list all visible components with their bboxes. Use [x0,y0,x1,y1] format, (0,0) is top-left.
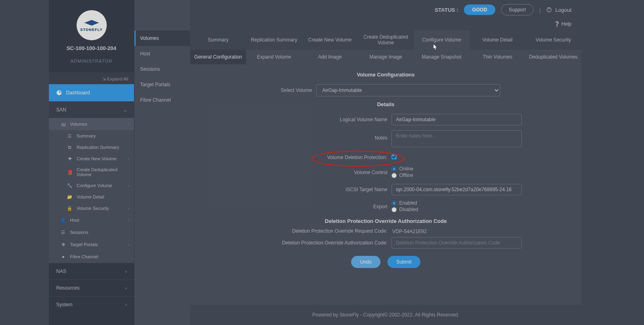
subtab-deduplicated-volumes[interactable]: Deduplicated Volumes [525,50,581,64]
notes-textarea[interactable] [391,130,522,147]
subtab-manage-snapshot[interactable]: Manage Snapshot [414,50,470,64]
action-row: Undo Submit [200,256,571,268]
tab-summary[interactable]: Summary [190,30,246,50]
copy-icon: ⧉ [67,144,73,150]
secondary-nav: Volumes Host Sessions Target Portals Fib… [134,0,190,325]
sidebar-item-volume-detail[interactable]: 📁 Volume Detail [49,191,134,203]
sidebar-item-label: Summary [77,133,96,138]
support-button[interactable]: Support [501,4,534,15]
tab-volume-detail[interactable]: Volume Detail [470,30,525,50]
caret-right-icon: › [128,157,129,161]
subtab-thin-volumes[interactable]: Thin Volumes [470,50,525,64]
sidebar-item-replication-summary[interactable]: ⧉ Replication Summary [49,142,134,153]
help-label: Help [561,21,571,27]
caret-down-icon: ⌄ [123,108,127,112]
help-link[interactable]: ❔ Help [190,20,581,30]
sidebar: STONEFLY SC-100-100-100-204 ADMINISTRATO… [49,0,134,325]
san-sublist: 🖴 Volumes › ☰ Summary ⧉ Replication Summ… [49,118,134,263]
subtab-expand-volume[interactable]: Expand Volume [246,50,302,64]
sidebar-item-summary[interactable]: ☰ Summary [49,130,134,142]
list-icon: ☰ [60,229,66,235]
caret-right-icon: › [125,303,127,307]
dedup-icon: 📕 [67,169,73,175]
undo-button[interactable]: Undo [351,256,381,268]
system-name: SC-100-100-100-204 [49,45,134,51]
secnav-fibre-channel[interactable]: Fibre Channel [134,92,190,108]
divider: | [539,7,541,13]
tabs-row: Summary Replication Summary Create New V… [190,30,581,50]
select-volume-label: Select Volume [200,87,312,93]
radio-online-label: Online [399,166,413,172]
logout-label: Logout [555,7,571,13]
select-volume-dropdown[interactable]: AirGap-Immutable [316,84,500,96]
radio-online[interactable]: Online [391,166,571,172]
caret-right-icon: › [125,269,127,274]
sidebar-item-label: Volumes [70,122,87,127]
lock-icon: 🔒 [67,205,73,211]
sidebar-item-configure-volume[interactable]: 🔧 Configure Volume › [49,180,134,191]
caret-right-icon: › [125,286,127,290]
nav-resources[interactable]: Resources › [49,279,134,296]
plus-icon: ✚ [67,156,73,161]
tab-replication-summary[interactable]: Replication Summary [246,30,302,50]
sidebar-item-create-new-volume[interactable]: ✚ Create New Volume › [49,153,134,164]
circle-icon: ● [60,254,66,260]
radio-offline[interactable]: Offline [391,172,571,178]
disk-icon: 🖴 [60,121,66,127]
subtab-manage-image[interactable]: Manage Image [358,50,413,64]
secnav-volumes[interactable]: Volumes [134,31,190,46]
topbar: STATUS : GOOD Support | Logout [190,0,581,20]
radio-enabled[interactable]: Enabled [391,200,571,206]
auth-code-label: Deletion Protection Override Authorizati… [200,240,387,246]
sidebar-item-fibre-channel[interactable]: ● Fibre Channel [49,251,134,263]
subtab-add-image[interactable]: Add Image [302,50,358,64]
caret-right-icon: › [128,218,129,222]
tab-create-dedup-volume[interactable]: Create Deduplicated Volume [358,30,413,50]
sidebar-item-target-portals[interactable]: ✥ Target Portals › [49,238,134,251]
sidebar-item-label: Volume Detail [77,194,104,199]
logical-name-input[interactable] [391,114,522,125]
auth-code-input[interactable] [391,237,522,249]
nav-system[interactable]: System › [49,296,134,313]
secnav-target-portals[interactable]: Target Portals [134,77,190,92]
expand-all-link[interactable]: ⇲ Expand All [49,72,134,84]
logo-area: STONEFLY SC-100-100-100-204 ADMINISTRATO… [49,0,134,72]
sidebar-item-create-dedup-volume[interactable]: 📕 Create Deduplicated Volume [49,164,134,180]
sidebar-item-host[interactable]: 👤 Host › [49,214,134,226]
section-title-config: Volume Configurations [200,72,571,78]
sidebar-item-volumes[interactable]: 🖴 Volumes › [49,118,134,130]
tab-configure-volume[interactable]: Configure Volume [414,30,470,50]
sidebar-item-label: Target Portals [70,242,98,247]
sidebar-item-label: Sessions [70,230,88,235]
deletion-protection-label: Volume Deletion Protection: [200,155,387,160]
export-label: Export [200,204,387,209]
brand-logo: STONEFLY [77,10,107,40]
nav-dashboard[interactable]: Dashboard [49,84,134,101]
nav-san[interactable]: SAN ⌄ [49,101,134,118]
sidebar-item-label: Create New Volume [77,156,116,161]
subtab-general-configuration[interactable]: General Configuration [190,50,246,64]
tab-volume-security[interactable]: Volume Security [525,30,581,50]
caret-right-icon: › [128,206,129,211]
caret-right-icon: › [128,122,129,127]
radio-disabled-label: Disabled [399,207,418,212]
tab-create-new-volume[interactable]: Create New Volume [302,30,358,50]
sidebar-item-volume-security[interactable]: 🔒 Volume Security › [49,203,134,214]
sidebar-item-label: Replication Summary [77,145,119,150]
role-label: ADMINISTRATOR [49,59,134,68]
nav-nas-label: NAS [56,268,66,274]
submit-button[interactable]: Submit [387,256,420,268]
iscsi-label: iSCSI Target Name [200,187,387,192]
iscsi-input[interactable] [391,184,522,195]
expand-icon: ⇲ [102,76,106,81]
secnav-sessions[interactable]: Sessions [134,61,190,77]
radio-disabled[interactable]: Disabled [391,207,571,212]
main-content: STATUS : GOOD Support | Logout ❔ Help Su… [190,0,581,325]
deletion-protection-checkbox[interactable] [391,154,397,159]
sidebar-item-sessions[interactable]: ☰ Sessions [49,226,134,238]
nav-nas[interactable]: NAS › [49,263,134,279]
secnav-host[interactable]: Host [134,46,190,61]
wrench-icon: 🔧 [67,183,73,188]
logout-link[interactable]: Logout [546,7,571,13]
brand-name: STONEFLY [80,28,103,32]
